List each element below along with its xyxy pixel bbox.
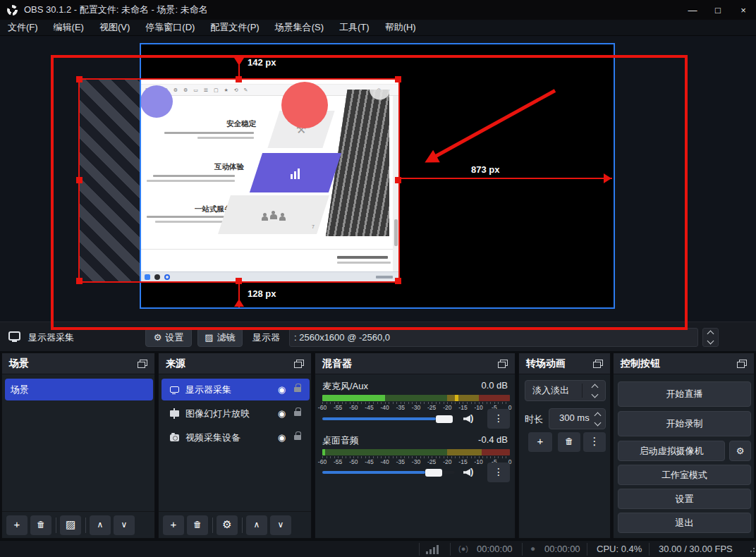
sources-panel: 来源 显示器采集 ◉ 图像幻灯片放映 ◉ 视频采集设备 ◉ + 🗑 ⚙ ∧ xyxy=(158,353,312,539)
add-scene-button[interactable]: + xyxy=(6,515,28,535)
transition-options-button[interactable]: ⋮ xyxy=(583,432,606,452)
menu-scene-collection[interactable]: 场景集合(S) xyxy=(267,20,331,35)
scene-item[interactable]: 场景 xyxy=(5,379,153,400)
menu-help[interactable]: 帮助(H) xyxy=(377,20,424,35)
meter-scale-label: -45 xyxy=(365,404,373,411)
source-selection-box[interactable] xyxy=(78,78,400,283)
exit-button[interactable]: 退出 xyxy=(618,513,751,533)
popout-dock-icon[interactable] xyxy=(593,360,603,368)
spacing-label-right: 873 px xyxy=(471,164,499,175)
menu-docks[interactable]: 停靠窗口(D) xyxy=(138,20,202,35)
cpu-usage: CPU: 0.4% xyxy=(597,544,642,554)
lock-icon[interactable] xyxy=(294,435,301,440)
close-button[interactable]: × xyxy=(731,0,756,20)
camera-icon xyxy=(170,434,179,441)
resize-grip[interactable] xyxy=(750,551,752,552)
meter-scale-label: -40 xyxy=(381,404,389,411)
menu-bar: 文件(F) 编辑(E) 视图(V) 停靠窗口(D) 配置文件(P) 场景集合(S… xyxy=(0,20,756,36)
remove-source-button[interactable]: 🗑 xyxy=(187,515,208,535)
selection-handle-middle-left[interactable] xyxy=(76,177,83,183)
volume-slider[interactable] xyxy=(322,467,455,477)
menu-tools[interactable]: 工具(T) xyxy=(331,20,377,35)
remove-transition-button[interactable]: 🗑 xyxy=(558,432,580,452)
controls-title: 控制按钮 xyxy=(621,357,660,370)
maximize-button[interactable]: □ xyxy=(705,0,731,20)
channel-options-button[interactable]: ⋮ xyxy=(487,409,510,429)
preview-source-toolbar: 显示器采集 ⚙设置 ▨滤镜 显示器 : 2560x1600 @ -2560,0 xyxy=(0,322,756,351)
popout-dock-icon[interactable] xyxy=(498,360,508,368)
selection-handle-bottom-right[interactable] xyxy=(395,278,401,284)
meter-scale-label: -20 xyxy=(443,404,451,411)
duration-spinbox[interactable]: 300 ms xyxy=(549,408,606,429)
channel-options-button[interactable]: ⋮ xyxy=(487,463,510,482)
transition-select[interactable]: 淡入淡出 xyxy=(525,380,606,401)
mixer-panel: 混音器 麦克风/Aux 0.0 dB -60-55-50-45-40-35-30… xyxy=(315,353,516,539)
popout-dock-icon[interactable] xyxy=(737,360,747,368)
meter-scale-label: -10 xyxy=(475,404,483,411)
fps-indicator: 30.00 / 30.00 FPS xyxy=(659,544,733,554)
selection-handle-top-left[interactable] xyxy=(76,76,83,82)
virtual-camera-settings-button[interactable]: ⚙ xyxy=(729,441,751,461)
channel-db-value: 0.0 dB xyxy=(481,380,508,391)
lock-icon[interactable] xyxy=(294,387,301,392)
channel-name: 桌面音频 xyxy=(322,434,359,447)
minimize-button[interactable]: — xyxy=(680,0,705,20)
menu-profile[interactable]: 配置文件(P) xyxy=(202,20,267,35)
meter-scale-label: -20 xyxy=(443,458,451,465)
meter-scale-label: -15 xyxy=(458,458,467,465)
move-scene-up-button[interactable]: ∧ xyxy=(90,515,111,535)
menu-file[interactable]: 文件(F) xyxy=(0,20,46,35)
speaker-icon[interactable] xyxy=(463,467,475,477)
source-filters-button[interactable]: ▨滤镜 xyxy=(197,328,243,347)
remove-scene-button[interactable]: 🗑 xyxy=(30,515,51,535)
transitions-panel: 转场动画 淡入淡出 时长 300 ms + 🗑 ⋮ xyxy=(518,353,611,539)
visibility-eye-icon[interactable]: ◉ xyxy=(278,432,286,443)
scenes-panel: 场景 场景 + 🗑 ▨ ∧ ∨ xyxy=(1,353,155,539)
source-row-video-capture[interactable]: 视频采集设备 ◉ xyxy=(161,427,310,448)
preview-area[interactable]: Ⅱ ✕ ▢ ⚙ ⚙ ▭ ☰ ▢ ★ ⟲ ✎ ⊖ ⋯ 播优点 ≋ 安全稳定 互动体… xyxy=(0,36,756,322)
meter-scale-label: -35 xyxy=(396,404,405,411)
sources-title: 来源 xyxy=(166,357,185,370)
source-row-image-slideshow[interactable]: 图像幻灯片放映 ◉ xyxy=(161,403,310,424)
selection-handle-bottom-center[interactable] xyxy=(236,278,242,284)
meter-scale-label: -45 xyxy=(365,458,373,465)
add-transition-button[interactable]: + xyxy=(528,432,552,452)
record-status-icon: ● xyxy=(530,544,535,553)
source-properties-button[interactable]: ⚙设置 xyxy=(145,328,192,347)
spacing-arrow-bottom xyxy=(234,299,244,307)
filter-icon: ▨ xyxy=(205,332,213,343)
move-source-up-button[interactable]: ∧ xyxy=(246,515,267,535)
monitor-select-dropdown[interactable]: : 2560x1600 @ -2560,0 xyxy=(289,328,698,347)
scene-filters-button[interactable]: ▨ xyxy=(60,515,81,535)
visibility-eye-icon[interactable]: ◉ xyxy=(278,408,286,419)
start-virtual-camera-button[interactable]: 启动虚拟摄像机 xyxy=(618,441,725,461)
visibility-eye-icon[interactable]: ◉ xyxy=(278,384,286,395)
selection-handle-top-center[interactable] xyxy=(236,76,242,82)
move-source-down-button[interactable]: ∨ xyxy=(270,515,291,535)
source-row-display-capture[interactable]: 显示器采集 ◉ xyxy=(161,379,310,400)
source-properties-button[interactable]: ⚙ xyxy=(217,515,238,535)
start-recording-button[interactable]: 开始录制 xyxy=(618,411,751,436)
channel-name: 麦克风/Aux xyxy=(322,380,368,393)
menu-view[interactable]: 视图(V) xyxy=(92,20,138,35)
meter-scale-label: -25 xyxy=(427,404,436,411)
monitor-select-spinner[interactable] xyxy=(702,328,719,347)
move-scene-down-button[interactable]: ∨ xyxy=(114,515,135,535)
speaker-icon[interactable] xyxy=(463,414,475,424)
selection-handle-middle-right[interactable] xyxy=(395,177,401,183)
settings-button[interactable]: 设置 xyxy=(618,489,751,509)
selection-handle-top-right[interactable] xyxy=(395,76,401,82)
network-signal-icon xyxy=(426,545,439,554)
popout-dock-icon[interactable] xyxy=(294,360,304,368)
meter-scale-label: -10 xyxy=(475,458,483,465)
lock-icon[interactable] xyxy=(294,411,301,416)
add-source-button[interactable]: + xyxy=(163,515,184,535)
studio-mode-button[interactable]: 工作室模式 xyxy=(618,465,751,485)
volume-slider[interactable] xyxy=(322,414,455,424)
start-streaming-button[interactable]: 开始直播 xyxy=(618,381,751,407)
monitor-icon xyxy=(8,331,20,341)
menu-edit[interactable]: 编辑(E) xyxy=(46,20,92,35)
popout-dock-icon[interactable] xyxy=(138,360,147,368)
selection-handle-bottom-left[interactable] xyxy=(76,278,83,284)
channel-db-value: -0.4 dB xyxy=(478,434,508,445)
